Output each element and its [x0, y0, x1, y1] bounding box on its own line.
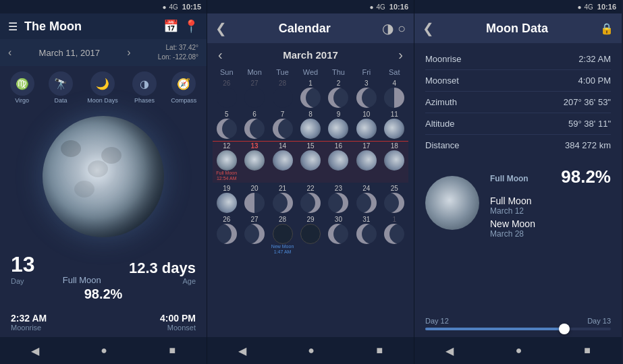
prev-month-btn[interactable]: ‹ [218, 47, 223, 63]
next-date-btn[interactable]: › [127, 47, 130, 59]
full-moon-date: March 12 [490, 206, 611, 216]
slider-track[interactable] [425, 328, 611, 330]
cal-cell-31[interactable]: 31 [352, 215, 380, 256]
cal-cell-3[interactable]: 3 [352, 79, 380, 109]
slider-label-left: Day 12 [425, 317, 449, 325]
virgo-icon-item[interactable]: ♍ Virgo [10, 71, 34, 104]
moonrise-label: Moonrise [11, 324, 47, 332]
cal-cell-5[interactable]: 5 [213, 110, 240, 140]
calendar-back-btn[interactable]: ❮ [215, 20, 227, 36]
status-icons-3: ● 4G [577, 3, 593, 11]
moonset-label: Moonset [160, 324, 196, 332]
cal-cell-24[interactable]: 24 [352, 184, 380, 214]
cal-cell-28prev[interactable]: 28 [269, 79, 296, 109]
cal-cell-26[interactable]: 26 [213, 215, 240, 256]
cal-cell-30[interactable]: 30 [325, 215, 352, 256]
lock-icon: 🔒 [600, 22, 614, 35]
moonrise-row: Moonrise 2:32 AM [425, 49, 611, 70]
recent-btn-2[interactable]: ■ [366, 342, 394, 359]
moon-display [0, 107, 207, 247]
cal-cell-14[interactable]: 14 [269, 142, 296, 183]
cal-cell-8[interactable]: 8 [296, 110, 324, 140]
azimuth-row: Azimuth 207° 36' 53" [425, 92, 611, 113]
cal-cell-18[interactable]: 18 [381, 142, 408, 183]
cal-cell-20[interactable]: 20 [240, 184, 268, 214]
home-btn-2[interactable]: ● [297, 342, 325, 359]
cal-cell-1[interactable]: 1 [296, 79, 324, 109]
cal-cell-11[interactable]: 11 [381, 110, 408, 140]
slider-thumb[interactable] [559, 324, 570, 334]
moon-data-back-btn[interactable]: ❮ [423, 20, 434, 36]
location-icon[interactable]: 📍 [184, 19, 198, 34]
cal-cell-23[interactable]: 23 [325, 184, 352, 214]
moon-data-title: Moon Data [486, 22, 548, 36]
signal-icon-3: ● [577, 3, 581, 11]
cal-cell-21[interactable]: 21 [269, 184, 296, 214]
slider-label-right: Day 13 [587, 317, 611, 325]
time-1: 10:15 [182, 3, 201, 11]
virgo-icon: ♍ [10, 71, 34, 96]
cal-cell-2[interactable]: 2 [325, 79, 352, 109]
illumination-percent: 98.2% [11, 286, 196, 302]
cal-cell-15[interactable]: 15 [296, 142, 324, 183]
prev-date-btn[interactable]: ‹ [8, 47, 11, 59]
cal-cell-10[interactable]: 10 [352, 110, 380, 140]
cal-cell-26prev[interactable]: 26 [213, 79, 240, 109]
cal-cell-9[interactable]: 9 [325, 110, 352, 140]
day-slider-section: Day 12 Day 13 [414, 317, 622, 337]
cal-cell-6[interactable]: 6 [240, 110, 268, 140]
full-moon-name: Full Moon [490, 195, 611, 206]
azimuth-label: Azimuth [425, 97, 457, 107]
phase-stat: Full Moon [63, 275, 101, 285]
cal-cell-28[interactable]: 28 New Moon1:47 AM [269, 215, 296, 256]
cal-cell-27prev[interactable]: 27 [240, 79, 268, 109]
cal-cell-13[interactable]: 13 [240, 142, 268, 183]
cal-cell-1next[interactable]: 1 [381, 215, 408, 256]
cal-cell-7[interactable]: 7 [269, 110, 296, 140]
signal-icon-1: ● [162, 3, 166, 11]
cal-cell-16[interactable]: 16 [325, 142, 352, 183]
moon-phase-section: Full Moon 98.2% Full Moon March 12 New M… [414, 161, 622, 317]
compass-icon: 🧭 [171, 71, 196, 96]
panel-moon-main: ● 4G 10:15 ☰ The Moon 📅 📍 ‹ March 11, 20… [0, 0, 207, 364]
data-icon-item[interactable]: 🔭 Data [49, 71, 73, 104]
signal-text-3: 4G [585, 3, 593, 11]
cal-cell-27[interactable]: 27 [240, 215, 268, 256]
cal-cell-17[interactable]: 17 [352, 142, 380, 183]
cal-cell-4[interactable]: 4 [381, 79, 408, 109]
moonrise-data-value: 2:32 AM [578, 54, 611, 64]
distance-label: Distance [425, 140, 460, 150]
moonrise-data-label: Moonrise [425, 54, 461, 64]
cal-cell-19[interactable]: 19 [213, 184, 240, 214]
day-mon: Mon [240, 67, 268, 78]
moon-days-icon-item[interactable]: 🌙 Moon Days [87, 71, 118, 104]
nav-bar-3: ◀ ● ■ [414, 337, 622, 364]
day-tue: Tue [269, 67, 296, 78]
cal-cell-22[interactable]: 22 [296, 184, 324, 214]
age-number: 12.3 days [129, 260, 196, 277]
hamburger-icon[interactable]: ☰ [8, 20, 18, 33]
recent-btn-1[interactable]: ■ [159, 342, 187, 359]
compass-icon-item[interactable]: 🧭 Compass [171, 71, 196, 104]
cal-week-4: 19 20 21 22 23 24 25 [213, 184, 408, 214]
distance-value: 384 272 km [565, 140, 611, 150]
back-btn-2[interactable]: ◀ [227, 342, 257, 360]
phases-icon-item[interactable]: ◑ Phases [132, 71, 157, 104]
moon-days-label: Moon Days [87, 97, 118, 104]
cal-week-1: 26 27 28 1 2 3 4 [213, 79, 408, 109]
full-moon-pct: 98.2% [561, 166, 611, 187]
home-btn-1[interactable]: ● [90, 342, 118, 359]
cal-cell-29[interactable]: 29 [296, 215, 324, 256]
data-label: Data [54, 97, 67, 104]
coordinates: Lat: 37.42° Lon: -122.08° [158, 43, 198, 62]
recent-btn-3[interactable]: ■ [573, 342, 601, 359]
main-header: ☰ The Moon 📅 📍 [0, 13, 207, 39]
back-btn-1[interactable]: ◀ [20, 342, 50, 360]
home-btn-3[interactable]: ● [505, 342, 533, 359]
calendar-icon[interactable]: 📅 [163, 19, 178, 34]
next-month-btn[interactable]: › [398, 47, 403, 63]
cal-cell-12[interactable]: 12 Full Moon12:54 AM [213, 142, 240, 183]
back-btn-3[interactable]: ◀ [435, 342, 464, 360]
cal-cell-25[interactable]: 25 [381, 184, 408, 214]
date-bar: ‹ March 11, 2017 › Lat: 37.42° Lon: -122… [0, 39, 207, 66]
